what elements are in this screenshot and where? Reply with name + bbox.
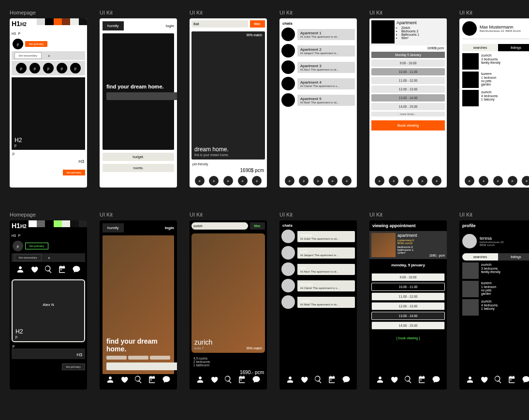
search-icon[interactable]: [224, 375, 233, 386]
tab-item[interactable]: p: [195, 176, 205, 186]
calendar-icon[interactable]: [58, 265, 67, 275]
location-input[interactable]: [191, 20, 248, 28]
search-row[interactable]: zurich4 bedrooms1 balcony: [462, 90, 529, 106]
book-viewing-button[interactable]: Book viewing: [371, 120, 445, 130]
time-slot[interactable]: 11.00 - 12.00: [371, 292, 445, 301]
listing-card[interactable]: zurich kreis 7 99% match: [191, 233, 265, 353]
tab-item[interactable]: p: [479, 176, 488, 186]
heart-icon[interactable]: [30, 265, 39, 275]
filter-button[interactable]: filter.: [250, 222, 265, 230]
brand-button[interactable]: homify: [103, 223, 124, 232]
heart-icon[interactable]: [120, 375, 129, 386]
time-slot[interactable]: 13.00 - 14.00: [371, 312, 445, 320]
person-icon[interactable]: [286, 375, 294, 386]
calendar-icon[interactable]: [328, 375, 337, 386]
time-slot[interactable]: 9.00 - 10.00: [371, 273, 445, 281]
tab-searches[interactable]: searches: [462, 44, 498, 51]
heart-icon[interactable]: [300, 375, 309, 386]
time-slot[interactable]: 12.00 - 13.00: [371, 302, 445, 310]
chat-row[interactable]: sarahHi Matt! The apartment is sti...: [281, 295, 355, 309]
search-row[interactable]: zurich4 bedrooms1 balcony: [462, 299, 529, 316]
search-input[interactable]: [106, 362, 177, 370]
btn-secondary-sample[interactable]: btn-secondary: [15, 52, 42, 59]
chat-row[interactable]: Apartment 2Hi Jørgen! The apartment is..…: [281, 44, 355, 58]
book-viewing-button[interactable]: [ book viewing ]: [371, 333, 445, 343]
login-link[interactable]: login: [166, 24, 174, 28]
tab-searches[interactable]: searches: [462, 253, 498, 261]
brand-button[interactable]: homify: [103, 21, 124, 30]
search-icon[interactable]: [494, 375, 502, 386]
tab-item[interactable]: p: [209, 176, 219, 186]
person-icon[interactable]: [196, 375, 205, 386]
tab-item[interactable]: p: [465, 176, 474, 186]
time-slot[interactable]: 14.00 - 15.00: [371, 103, 445, 110]
btn-primary-bottom[interactable]: btn-primary: [62, 363, 85, 370]
chat-icon[interactable]: [252, 375, 261, 386]
login-link[interactable]: login: [165, 226, 174, 230]
heart-icon[interactable]: [210, 375, 219, 386]
person-icon[interactable]: [16, 265, 25, 275]
search-row[interactable]: zurich3 bedroomsfamily-friendly: [462, 53, 529, 70]
filter-button[interactable]: filter.: [250, 20, 265, 28]
chat-row[interactable]: Apartment 1Hi Julia! The apartment is st…: [281, 28, 355, 41]
time-slot[interactable]: 11.00 - 12.00: [371, 77, 445, 84]
chat-row[interactable]: johnHi Jørgen! The apartment is...: [281, 246, 355, 260]
rooms-button[interactable]: rooms.: [103, 164, 174, 172]
tab-item[interactable]: p: [285, 176, 294, 186]
search-row[interactable]: luzern1 bedroomno petsgarden: [462, 281, 529, 297]
chat-row[interactable]: Apartment 4Hi Claire! The apartment is s…: [281, 77, 355, 90]
search-icon[interactable]: [44, 265, 53, 275]
time-slot[interactable]: 9.00 - 10.00: [371, 59, 445, 67]
tab-item[interactable]: p: [328, 176, 338, 186]
time-slot[interactable]: 10.00 - 11.00: [371, 68, 445, 75]
tab-item[interactable]: p: [299, 176, 309, 186]
tab-item[interactable]: p: [375, 176, 384, 186]
btn-primary-sample[interactable]: btn-primary: [25, 243, 48, 249]
heart-icon[interactable]: [480, 375, 488, 386]
tab-listings[interactable]: listings: [498, 253, 529, 261]
person-icon[interactable]: [376, 375, 384, 386]
chat-icon[interactable]: [342, 375, 351, 386]
more-times[interactable]: more times...: [371, 112, 445, 116]
calendar-icon[interactable]: [238, 375, 247, 386]
budget-button[interactable]: budget.: [103, 153, 174, 161]
tab-item[interactable]: p: [508, 176, 517, 186]
search-input[interactable]: [106, 92, 177, 100]
tab-item[interactable]: p: [493, 176, 503, 186]
chat-row[interactable]: Apartment 5Hi Matt! The apartment is sti…: [281, 93, 355, 107]
tab-listings[interactable]: listings: [498, 44, 529, 51]
search-icon[interactable]: [134, 375, 143, 386]
location-input[interactable]: [191, 222, 248, 230]
search-icon[interactable]: [314, 375, 323, 386]
search-row[interactable]: zurich3 bedroomsfamily-friendly: [462, 262, 529, 279]
tab-item[interactable]: p: [223, 176, 233, 186]
time-slot[interactable]: 14.00 - 15.00: [371, 321, 445, 330]
calendar-icon[interactable]: [148, 375, 157, 386]
tab-item[interactable]: p: [403, 176, 413, 186]
time-slot[interactable]: 10.00 - 11.00: [371, 283, 445, 291]
calendar-icon[interactable]: [508, 375, 516, 386]
listing-card[interactable]: 99% match dream home. this is your dream…: [191, 31, 265, 159]
person-icon[interactable]: [106, 375, 115, 386]
tab-item[interactable]: p: [418, 176, 427, 186]
tab-item[interactable]: p: [313, 176, 323, 186]
btn-primary-sample[interactable]: btn-primary: [25, 41, 47, 47]
chat-icon[interactable]: [522, 375, 529, 386]
search-row[interactable]: luzern1 bedroomno petsgarden: [462, 72, 529, 88]
tab-item[interactable]: p: [238, 176, 248, 186]
tab-item[interactable]: p: [432, 176, 441, 186]
chat-icon[interactable]: [162, 375, 171, 386]
chat-row[interactable]: helenaHi Julia! The apartment is sti...: [281, 230, 355, 243]
chat-icon[interactable]: [72, 265, 81, 275]
calendar-icon[interactable]: [418, 375, 426, 386]
chat-icon[interactable]: [432, 375, 441, 386]
tab-item[interactable]: p: [342, 176, 352, 186]
tab-item[interactable]: p: [389, 176, 398, 186]
person-icon[interactable]: [466, 375, 474, 386]
time-slot[interactable]: 13.00 - 14.00: [371, 94, 445, 101]
chat-row[interactable]: Apartment 3Hi Alex! The apartment is sti…: [281, 60, 355, 74]
heart-icon[interactable]: [390, 375, 398, 386]
search-icon[interactable]: [404, 375, 412, 386]
btn-primary-bottom[interactable]: btn-primary: [63, 170, 85, 175]
time-slot[interactable]: 12.00 - 13.00: [371, 86, 445, 93]
